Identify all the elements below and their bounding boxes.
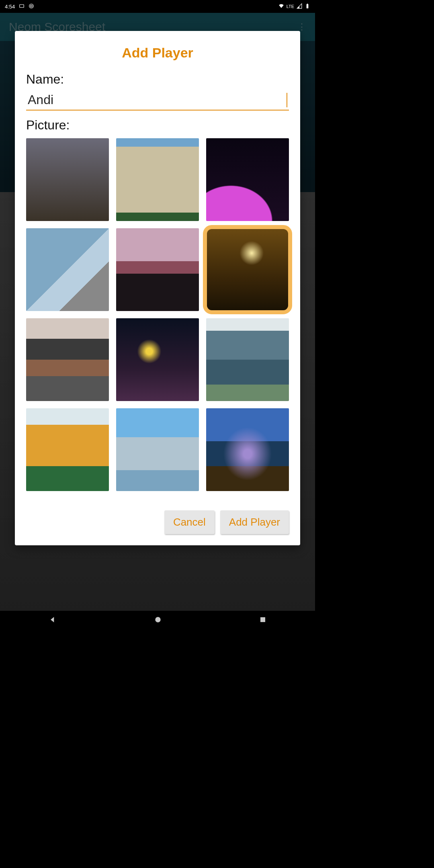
picture-option-selected[interactable] (206, 228, 289, 311)
picture-option[interactable] (116, 408, 199, 491)
picture-option[interactable] (116, 138, 199, 221)
picture-option[interactable] (206, 318, 289, 401)
picture-option[interactable] (116, 228, 199, 311)
do-not-disturb-icon (29, 3, 34, 10)
picture-option[interactable] (116, 318, 199, 401)
add-player-button[interactable]: Add Player (220, 510, 289, 534)
cancel-button[interactable]: Cancel (164, 510, 215, 534)
svg-rect-5 (307, 4, 308, 4)
dialog-title: Add Player (26, 45, 289, 61)
name-field-label: Name: (26, 72, 289, 87)
svg-point-6 (155, 617, 160, 622)
picture-grid (26, 138, 289, 491)
navigation-bar (0, 611, 315, 630)
text-caret (287, 93, 287, 107)
nav-home-icon[interactable] (154, 616, 162, 625)
network-label: LTE (287, 4, 294, 9)
signal-icon (297, 3, 302, 10)
picture-option[interactable] (26, 138, 109, 221)
name-input[interactable]: Andi (28, 92, 287, 107)
svg-point-3 (31, 5, 33, 7)
dialog-actions: Cancel Add Player (26, 510, 289, 534)
picture-option[interactable] (206, 138, 289, 221)
keyboard-icon: A (19, 3, 25, 10)
wifi-icon (278, 3, 284, 10)
svg-rect-4 (307, 4, 309, 8)
svg-rect-7 (260, 617, 265, 622)
battery-icon (305, 3, 310, 10)
svg-text:A: A (21, 5, 23, 7)
picture-option[interactable] (206, 408, 289, 491)
nav-recents-icon[interactable] (259, 616, 266, 625)
picture-field-label: Picture: (26, 118, 289, 133)
svg-point-2 (29, 4, 34, 8)
name-input-wrap[interactable]: Andi (26, 90, 289, 111)
add-player-dialog: Add Player Name: Andi Picture: Cancel Ad… (15, 31, 300, 545)
picture-option[interactable] (26, 228, 109, 311)
status-bar: 4:54 A LTE (0, 0, 315, 13)
picture-option[interactable] (26, 318, 109, 401)
nav-back-icon[interactable] (49, 616, 57, 625)
picture-option[interactable] (26, 408, 109, 491)
status-time: 4:54 (5, 4, 15, 10)
